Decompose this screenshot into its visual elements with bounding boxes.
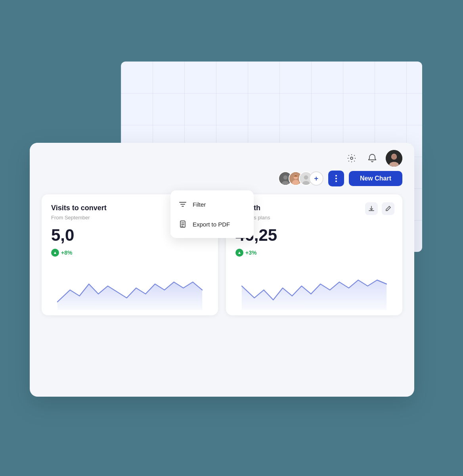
pdf-icon [178, 220, 187, 228]
add-member-button[interactable]: + [309, 171, 323, 186]
svg-point-10 [292, 180, 299, 186]
card2-badge: ▲ +3% [235, 249, 256, 257]
card2-download-button[interactable] [365, 202, 378, 215]
card2-edit-button[interactable] [382, 202, 394, 215]
card1-chart [51, 266, 209, 306]
toolbar-row: + New Chart [278, 171, 402, 186]
card1-badge-text: +8% [61, 250, 72, 256]
filter-label: Filter [193, 201, 206, 208]
filter-icon [178, 200, 187, 209]
dot [335, 178, 337, 179]
export-pdf-menu-item[interactable]: Export to PDF [170, 214, 254, 234]
filter-menu-item[interactable]: Filter [170, 194, 254, 214]
gear-icon[interactable] [344, 151, 359, 165]
card2-chart [235, 266, 393, 306]
card2-actions [365, 202, 394, 215]
card2-badge-arrow: ▲ [235, 249, 243, 257]
export-pdf-label: Export to PDF [193, 221, 230, 228]
card2-badge-text: +3% [245, 250, 256, 256]
dropdown-menu: Filter Export to PDF [170, 190, 254, 238]
main-panel: + New Chart Filter [30, 143, 414, 397]
card1-badge-arrow: ▲ [51, 249, 59, 257]
svg-point-12 [304, 175, 308, 180]
avatar-stack: + [278, 171, 323, 186]
card2-subtitle: Month vs plans [235, 215, 393, 221]
card1-badge: ▲ +8% [51, 249, 72, 257]
header-bar [30, 143, 414, 174]
card2-value: 46,25 [235, 226, 393, 244]
bell-icon[interactable] [365, 151, 379, 165]
dot [335, 180, 337, 182]
user-avatar[interactable] [386, 150, 402, 167]
svg-point-6 [283, 175, 288, 180]
svg-point-0 [350, 157, 353, 159]
new-chart-button[interactable]: New Chart [349, 171, 402, 186]
more-options-button[interactable] [328, 171, 344, 186]
dot [335, 175, 337, 177]
svg-point-4 [392, 154, 396, 158]
